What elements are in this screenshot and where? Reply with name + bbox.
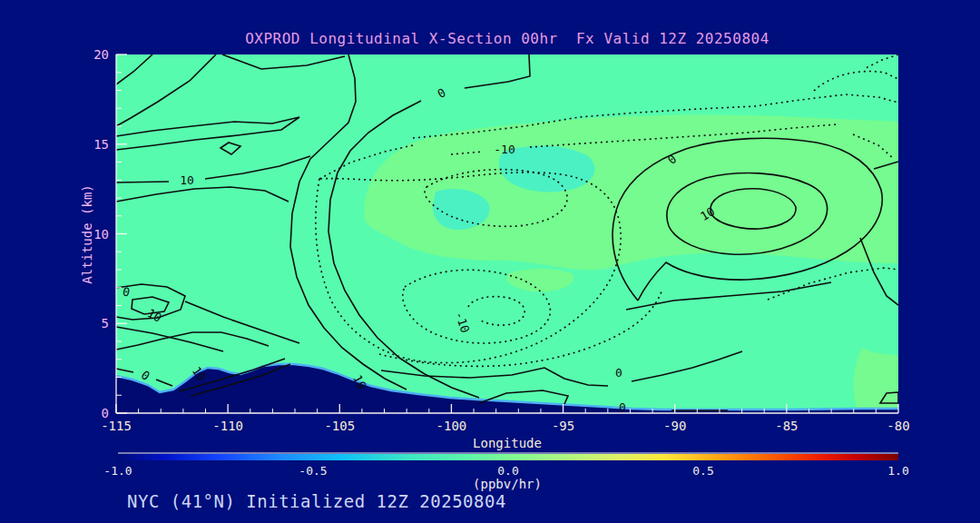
x-tick-label: -95	[552, 419, 574, 433]
contour-solid	[116, 332, 269, 350]
colorbar-tick-label: 1.0	[887, 464, 908, 478]
contour-dotted	[316, 173, 621, 363]
contour-label: -10	[453, 310, 473, 334]
contour-solid	[116, 369, 133, 372]
fill-region-positive	[854, 348, 898, 409]
fill-region-positive	[506, 269, 573, 291]
contour-solid	[667, 173, 828, 255]
contour-dotted	[379, 291, 662, 366]
colorbar-tick-label: 0.5	[692, 464, 713, 478]
contour-lines-dotted	[316, 54, 898, 366]
colorbar-gradient	[118, 454, 898, 460]
init-caption: NYC (41°N) Initialized 12Z 20250804	[127, 491, 506, 511]
contour-label: 10	[698, 204, 717, 223]
contour-solid	[880, 392, 898, 403]
contour-solid	[132, 297, 169, 314]
contour-solid	[479, 390, 568, 404]
contour-solid	[220, 143, 240, 154]
contour-label: 0	[665, 152, 680, 167]
contour-label: 10	[350, 372, 369, 391]
colorbar-units-label: (ppbv/hr)	[116, 477, 898, 491]
contour-solid	[290, 54, 407, 390]
x-tick-labels: -115-110-105-100-95-90-85-80	[101, 419, 910, 433]
contour-dotted	[530, 124, 837, 147]
colorbar: -1.0-0.50.00.51.0	[103, 453, 908, 479]
contour-fills	[364, 115, 898, 409]
contour-dotted	[468, 297, 524, 326]
contour-labels: 100-10010-100101000010	[122, 85, 717, 414]
cross-section-plot-canvas: OXPROD Longitudinal X-Section 00hr Fx Va…	[0, 0, 980, 523]
fill-region-positive	[364, 115, 898, 271]
axes	[116, 54, 898, 413]
contour-solid	[222, 54, 345, 69]
x-tick-label: -80	[887, 419, 909, 433]
contour-solid	[116, 54, 216, 126]
contour-dotted	[814, 72, 898, 91]
contour-dotted	[853, 134, 894, 159]
contour-lines-solid	[116, 54, 898, 410]
contour-solid	[328, 101, 479, 398]
contour-solid	[205, 156, 310, 179]
x-tick-label: -110	[212, 419, 243, 433]
contour-solid	[116, 182, 169, 183]
fill-region-negative	[499, 145, 595, 192]
contour-dotted	[425, 170, 567, 227]
contour-solid	[381, 368, 608, 386]
terrain-fill	[116, 364, 898, 414]
x-tick-label: -100	[436, 419, 467, 433]
colorbar-top-line	[118, 453, 898, 454]
colorbar-tick-label: -0.5	[299, 464, 327, 478]
y-axis-title: Altitude (km)	[80, 184, 94, 284]
contour-solid	[116, 284, 185, 320]
terrain-silhouette	[116, 364, 898, 414]
contour-solid	[116, 54, 152, 84]
contour-solid	[860, 238, 898, 305]
y-tick-label: 15	[93, 137, 109, 152]
y-tick-label: 5	[102, 316, 109, 331]
contour-label: 10	[180, 173, 194, 187]
x-axis-title: Longitude	[116, 436, 898, 450]
contour-dotted	[413, 94, 898, 138]
contour-dotted	[403, 270, 551, 343]
contour-solid	[632, 351, 742, 381]
contour-solid	[710, 189, 796, 229]
contour-solid	[156, 380, 172, 386]
x-tick-label: -85	[775, 419, 798, 433]
contour-label: 10	[190, 364, 209, 383]
contour-solid	[612, 138, 882, 301]
contour-label: 0	[122, 284, 131, 299]
colorbar-tick-label: -1.0	[103, 464, 132, 478]
fill-region-negative	[433, 189, 490, 230]
contour-label: 10	[145, 306, 164, 325]
colorbar-tick-labels: -1.0-0.50.00.51.0	[103, 464, 908, 478]
contour-solid	[116, 327, 223, 351]
x-tick-label: -90	[663, 419, 686, 433]
contour-dotted	[768, 268, 898, 300]
contour-solid	[116, 187, 289, 202]
x-tick-label: -115	[101, 419, 132, 433]
contour-dotted	[319, 145, 413, 179]
y-tick-label: 20	[93, 47, 109, 62]
plot-title: OXPROD Longitudinal X-Section 00hr Fx Va…	[116, 30, 898, 47]
contour-solid	[874, 162, 898, 169]
terrain-edge	[116, 364, 898, 410]
y-tick-label: 10	[93, 227, 109, 242]
plot-area: 100-10010-100101000010	[116, 54, 898, 414]
colorbar-tick-label: 0.0	[497, 464, 518, 478]
x-tick-label: -105	[324, 419, 355, 433]
contour-solid	[626, 282, 831, 310]
contour-solid	[116, 117, 299, 150]
contour-label: 0	[619, 400, 626, 414]
contour-label: -10	[494, 143, 514, 156]
contour-solid	[180, 359, 285, 391]
contour-solid	[465, 54, 530, 88]
contour-solid	[191, 364, 290, 396]
y-tick-label: 0	[102, 406, 109, 420]
contour-dotted	[451, 152, 483, 154]
contour-dotted	[866, 54, 898, 68]
fill-base	[116, 54, 898, 413]
contour-label: 0	[139, 368, 152, 383]
contour-solid	[185, 301, 299, 343]
y-tick-labels: 05101520	[93, 47, 109, 420]
contour-label: 0	[615, 366, 622, 380]
